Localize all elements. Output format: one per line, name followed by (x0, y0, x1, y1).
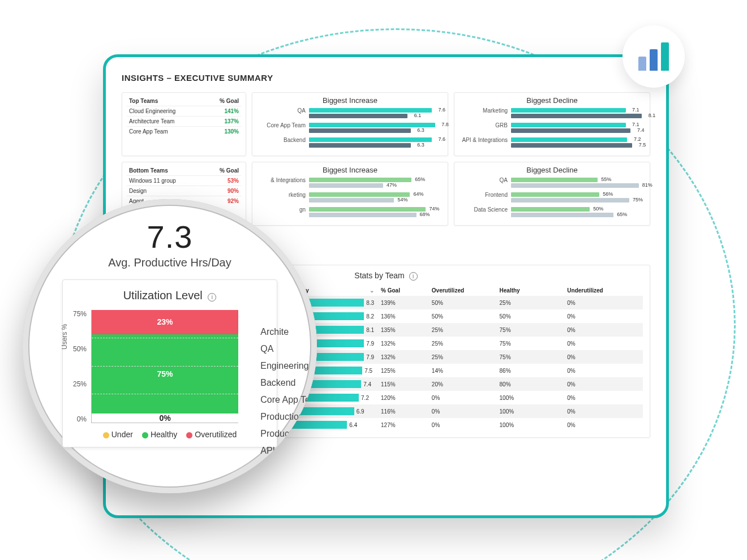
biggest-decline-card-1: Biggest Decline Marketing7.18.1GRB7.17.4… (454, 92, 650, 156)
stats-title: Stats by Team (354, 271, 404, 280)
magnifier-lens: 7.3 Avg. Productive Hrs/Day Utilization … (23, 199, 317, 493)
top-teams-goal-header: % Goal (220, 98, 239, 104)
chart-row: rketing64%54% (257, 192, 443, 204)
chart-row: API & Integrations7.27.5 (459, 137, 645, 149)
top-teams-header: Top Teams (129, 98, 158, 104)
chart-row: & Integrations65%47% (257, 178, 443, 189)
chart-row: Frontend56%75% (459, 192, 645, 204)
col-over[interactable]: Overutilized (428, 285, 496, 296)
utilization-title: Utilization Level (123, 289, 203, 301)
table-row[interactable]: Architecture Team137% (127, 117, 241, 127)
info-icon[interactable]: i (208, 293, 216, 301)
chart-row: QA55%81% (459, 178, 645, 189)
page-title: INSIGHTS – EXECUTIVE SUMMARY (122, 73, 273, 83)
col-under[interactable]: Underutilized (564, 285, 643, 296)
chevron-down-icon: ⌄ (370, 287, 374, 294)
col-pctgoal[interactable]: % Goal (377, 285, 428, 296)
chart-row: gn74%68% (257, 207, 443, 218)
avg-hrs-label: Avg. Productive Hrs/Day (108, 256, 231, 269)
utilization-legend: Under Healthy Overutilized (73, 430, 267, 439)
table-row[interactable]: Cloud Engineering141% (127, 106, 241, 117)
chart-row: GRB7.17.4 (459, 123, 645, 134)
table-row[interactable]: Design90% (127, 186, 241, 196)
chart-title: Biggest Increase (257, 96, 443, 105)
table-row[interactable]: Windows 11 group53% (127, 176, 241, 186)
bottom-teams-goal-header: % Goal (220, 167, 239, 174)
chart-row: Data Science50%65% (459, 207, 645, 218)
chart-row: Core App Team7.86.3 (257, 123, 443, 134)
segment-healthy: 75% (92, 334, 238, 413)
col-healthy[interactable]: Healthy (496, 285, 564, 296)
chart-title: Biggest Increase (257, 166, 443, 174)
avg-hrs-value: 7.3 (147, 218, 193, 255)
chart-title: Biggest Decline (459, 96, 645, 105)
biggest-increase-card-1: Biggest Increase QA7.66.1Core App Team7.… (252, 92, 448, 156)
utilization-stack-chart: 0% 75% 23% (91, 310, 238, 423)
y-axis-label: Users % (61, 324, 68, 350)
chart-row: Marketing7.18.1 (459, 108, 645, 119)
bottom-teams-header: Bottom Teams (129, 167, 168, 174)
window-header: INSIGHTS – EXECUTIVE SUMMARY U (122, 71, 650, 84)
segment-over: 23% (92, 310, 238, 334)
biggest-increase-card-2: Biggest Increase & Integrations65%47%rke… (252, 162, 448, 226)
chart-row: Backend7.66.3 (257, 137, 443, 149)
segment-under: 0% (92, 413, 238, 423)
table-row[interactable]: Core App Team130% (127, 127, 241, 136)
chart-title: Biggest Decline (459, 166, 645, 174)
biggest-decline-card-2: Biggest Decline QA55%81%Frontend56%75%Da… (454, 162, 650, 226)
util-y-axis: Users % 75% 50% 25% 0% (73, 310, 91, 423)
chart-row: QA7.66.1 (257, 108, 443, 119)
info-icon[interactable]: i (409, 272, 418, 281)
utilization-level-card: Utilization Level i Users % 75% 50% 25% … (62, 279, 277, 447)
top-teams-card: Top Teams % Goal Cloud Engineering141%Ar… (122, 92, 246, 156)
bar-chart-icon (622, 25, 685, 88)
